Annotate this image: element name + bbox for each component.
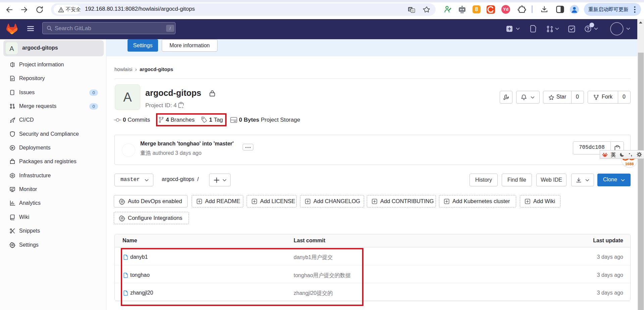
svg-text:1688: 1688 xyxy=(488,11,493,13)
svg-text:文: 文 xyxy=(411,9,414,12)
svg-text:1688: 1688 xyxy=(625,162,634,166)
